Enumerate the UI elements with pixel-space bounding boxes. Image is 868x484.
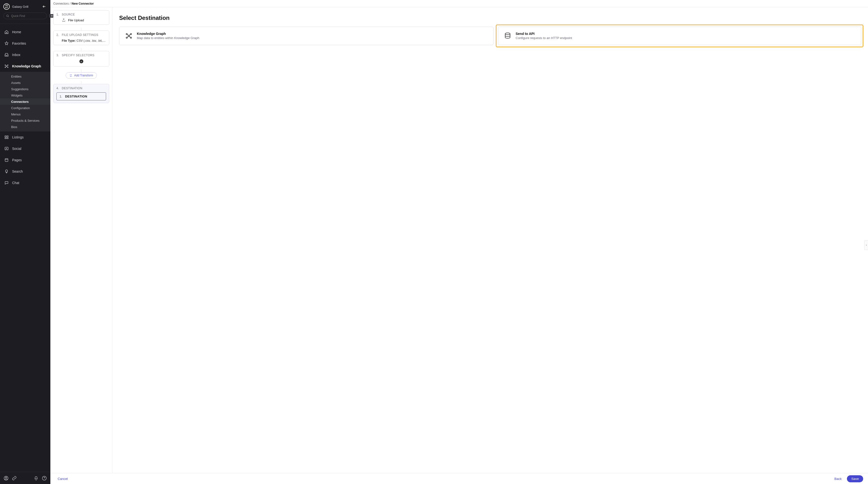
crumb-connectors[interactable]: Connectors <box>53 2 69 5</box>
upload-icon <box>62 18 66 22</box>
subnav-connectors[interactable]: Connectors <box>0 98 51 105</box>
graph-icon <box>4 64 9 68</box>
wf-step-destination[interactable]: 4.DESTINATION 1. DESTINATION <box>53 84 109 103</box>
card-knowledge-graph[interactable]: Knowledge Graph Map data to entities wit… <box>119 27 494 45</box>
crumb-sep: / <box>70 2 70 5</box>
wf-step-source[interactable]: 1.SOURCE File Upload <box>53 10 109 25</box>
sidebar: YEXT Galaxy Grill ⌘ K Home <box>0 0 51 484</box>
database-icon <box>503 32 512 40</box>
wf-step-settings[interactable]: 2.FILE UPLOAD SETTINGS File Type: CSV (.… <box>53 31 109 45</box>
svg-rect-8 <box>5 138 6 139</box>
nav-favorites-label: Favorites <box>12 41 26 45</box>
quick-find-input[interactable]: ⌘ K <box>3 12 47 19</box>
wf-source-value: File Upload <box>68 19 84 22</box>
main-nav: Home Favorites Inbox Knowledge Graph Ent… <box>0 24 51 472</box>
subnav-assets[interactable]: Assets <box>0 80 51 86</box>
kg-subnav: Entities Assets Suggestions Widgets Conn… <box>0 72 51 132</box>
subnav-suggestions[interactable]: Suggestions <box>0 86 51 92</box>
nav-home-label: Home <box>12 30 21 34</box>
nav-favorites[interactable]: Favorites <box>0 37 51 49</box>
inbox-icon <box>4 53 9 57</box>
nav-inbox[interactable]: Inbox <box>0 49 51 60</box>
listings-icon <box>4 135 9 139</box>
graph-icon <box>125 32 133 40</box>
sidebar-header: YEXT Galaxy Grill <box>0 0 51 10</box>
cancel-button[interactable]: Cancel <box>55 476 70 482</box>
card-kg-desc: Map data to entities within Knowledge Gr… <box>137 36 199 40</box>
brand-row: YEXT Galaxy Grill <box>3 3 47 10</box>
back-button[interactable]: Back <box>832 476 844 482</box>
quick-find-field[interactable] <box>11 14 48 18</box>
svg-rect-9 <box>7 138 8 139</box>
star-icon <box>4 41 9 46</box>
svg-rect-6 <box>5 136 6 137</box>
footer-bar: Cancel Back Save <box>51 473 868 484</box>
search-icon <box>6 14 9 18</box>
nav-home[interactable]: Home <box>0 26 51 37</box>
svg-point-15 <box>126 33 127 35</box>
card-send-to-api[interactable]: Send to API Configure requests to an HTT… <box>498 27 861 45</box>
brand-logo[interactable]: YEXT <box>3 3 10 10</box>
save-button[interactable]: Save <box>847 475 863 482</box>
card-api-desc: Configure requests to an HTTP endpoint <box>516 36 572 40</box>
card-api-title: Send to API <box>516 32 572 36</box>
sidebar-back-icon[interactable] <box>41 4 47 9</box>
svg-point-3 <box>5 67 6 68</box>
bulb-icon <box>4 169 9 174</box>
help-icon[interactable] <box>42 476 47 481</box>
svg-rect-11 <box>5 159 8 162</box>
wf-destination-sub[interactable]: 1. DESTINATION <box>56 92 106 101</box>
wf-step-selectors[interactable]: 3.SPECIFY SELECTORS ＋ <box>53 51 109 66</box>
breadcrumb: Connectors / New Connector <box>51 0 868 7</box>
svg-point-0 <box>6 15 8 17</box>
nav-social-label: Social <box>12 147 21 150</box>
card-kg-title: Knowledge Graph <box>137 32 199 36</box>
add-selector-button[interactable]: ＋ <box>80 59 83 63</box>
svg-point-18 <box>130 37 131 38</box>
main-area: Connectors / New Connector 1.SOURCE File… <box>51 0 868 484</box>
nav-chat[interactable]: Chat <box>0 177 51 189</box>
subnav-entities[interactable]: Entities <box>0 73 51 80</box>
social-icon <box>4 146 9 151</box>
crumb-current: New Connector <box>71 2 94 5</box>
svg-rect-7 <box>7 136 8 137</box>
nav-chat-label: Chat <box>12 181 20 185</box>
pages-icon <box>4 158 9 162</box>
svg-point-4 <box>7 67 8 68</box>
page-title: Select Destination <box>119 15 861 21</box>
svg-point-16 <box>130 33 131 35</box>
nav-listings[interactable]: Listings <box>0 132 51 143</box>
nav-pages[interactable]: Pages <box>0 154 51 166</box>
content-area: Select Destination Knowledge Graph Map d… <box>113 7 868 473</box>
user-icon[interactable] <box>3 476 9 481</box>
subnav-configuration[interactable]: Configuration <box>0 105 51 111</box>
svg-point-17 <box>126 37 127 38</box>
nav-search[interactable]: Search <box>0 166 51 177</box>
nav-kg-label: Knowledge Graph <box>12 64 41 68</box>
subnav-widgets[interactable]: Widgets <box>0 92 51 98</box>
add-transform-button[interactable]: Add Transform <box>66 72 97 79</box>
org-name[interactable]: Galaxy Grill <box>12 5 28 8</box>
subnav-products[interactable]: Products & Services <box>0 117 51 124</box>
subnav-bios[interactable]: Bios <box>0 124 51 130</box>
destination-cards: Knowledge Graph Map data to entities wit… <box>119 27 861 45</box>
nav-knowledge-graph[interactable]: Knowledge Graph <box>0 60 51 72</box>
link-icon[interactable] <box>11 476 17 481</box>
svg-point-1 <box>5 65 6 65</box>
nav-inbox-label: Inbox <box>12 53 20 57</box>
nav-listings-label: Listings <box>12 135 24 139</box>
search-wrap: ⌘ K <box>0 12 51 24</box>
bell-icon[interactable] <box>33 476 39 481</box>
collapse-panel-button[interactable] <box>864 240 868 250</box>
workflow-column: 1.SOURCE File Upload 2.FILE UPLOAD SETTI… <box>51 7 113 473</box>
nav-pages-label: Pages <box>12 158 22 162</box>
svg-point-5 <box>6 66 7 66</box>
svg-point-19 <box>128 35 130 37</box>
nav-social[interactable]: Social <box>0 143 51 154</box>
subnav-menus[interactable]: Menus <box>0 111 51 117</box>
sidebar-footer <box>0 472 51 484</box>
svg-rect-10 <box>5 147 8 150</box>
svg-point-20 <box>505 33 510 35</box>
home-icon <box>4 30 9 34</box>
svg-point-13 <box>6 477 7 478</box>
